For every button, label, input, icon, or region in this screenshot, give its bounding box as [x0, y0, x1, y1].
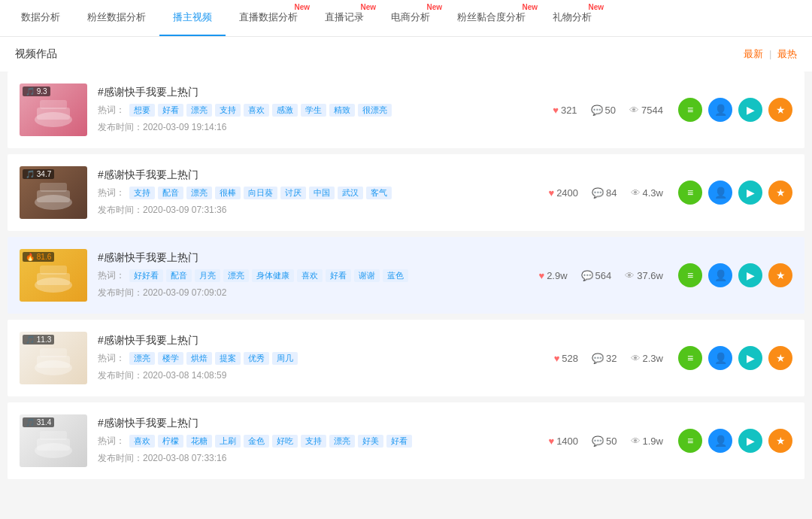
video-info-3: #感谢快手我要上热门热词：好好看配音月亮漂亮身体健康喜欢好看谢谢蓝色发布时间：2…: [98, 251, 538, 299]
tag-item[interactable]: 学生: [301, 104, 326, 117]
tag-item[interactable]: 想要: [129, 104, 155, 117]
tag-item[interactable]: 配音: [158, 187, 183, 199]
btn-star-4[interactable]: ★: [768, 346, 792, 370]
tag-item[interactable]: 漂亮: [186, 187, 212, 199]
tag-item[interactable]: 优秀: [244, 352, 269, 365]
btn-star-3[interactable]: ★: [768, 263, 792, 287]
tag-item[interactable]: 金色: [244, 435, 269, 448]
tag-item[interactable]: 很漂亮: [358, 104, 392, 117]
tag-item[interactable]: 好好看: [129, 269, 163, 282]
tag-item[interactable]: 柠檬: [158, 435, 183, 448]
video-thumbnail-1[interactable]: 🎵 9.3: [20, 83, 87, 136]
tag-item[interactable]: 配音: [166, 269, 192, 282]
btn-star-5[interactable]: ★: [768, 429, 792, 453]
tag-item[interactable]: 烘焙: [186, 352, 212, 365]
btn-list-4[interactable]: ≡: [678, 346, 702, 370]
tag-item[interactable]: 谢谢: [354, 269, 380, 282]
video-title-2[interactable]: #感谢快手我要上热门: [98, 168, 548, 182]
sort-hot-link[interactable]: 最热: [777, 48, 797, 59]
tag-item[interactable]: 漂亮: [329, 435, 355, 448]
btn-list-1[interactable]: ≡: [678, 98, 702, 122]
stat-comments-5: 💬 50: [592, 436, 617, 447]
tag-item[interactable]: 精致: [329, 104, 355, 117]
tag-item[interactable]: 喜欢: [297, 269, 323, 282]
tag-item[interactable]: 花糖: [186, 435, 212, 448]
tag-item[interactable]: 喜欢: [244, 104, 269, 117]
btn-list-3[interactable]: ≡: [678, 263, 702, 287]
tags-label: 热词：: [98, 352, 125, 365]
tag-item[interactable]: 漂亮: [129, 352, 155, 365]
stat-comments-1: 💬 50: [591, 105, 616, 116]
svg-rect-8: [40, 266, 67, 275]
svg-rect-13: [37, 439, 70, 451]
tag-item[interactable]: 楼学: [158, 352, 183, 365]
tag-item[interactable]: 支持: [301, 435, 326, 448]
tag-item[interactable]: 好吃: [272, 435, 298, 448]
stat-likes-5: ♥ 1400: [548, 436, 578, 447]
nav-tab-record[interactable]: 直播记录New: [311, 0, 377, 36]
tag-item[interactable]: 好看: [326, 269, 351, 282]
tag-item[interactable]: 上刷: [215, 435, 241, 448]
tag-item[interactable]: 中国: [309, 187, 335, 199]
video-title-1[interactable]: #感谢快手我要上热门: [98, 86, 553, 99]
btn-play-2[interactable]: ▶: [738, 181, 762, 205]
stat-views-5: 👁 1.9w: [631, 436, 663, 447]
tag-item[interactable]: 支持: [215, 104, 241, 117]
tags-label: 热词：: [98, 435, 125, 448]
stat-likes-3: ♥ 2.9w: [538, 270, 567, 281]
btn-user-3[interactable]: 👤: [708, 263, 732, 287]
tag-item[interactable]: 周几: [272, 352, 298, 365]
video-title-4[interactable]: #感谢快手我要上热门: [98, 334, 554, 348]
nav-tab-data[interactable]: 数据分析: [8, 0, 74, 36]
stat-likes-2: ♥ 2400: [548, 187, 578, 199]
btn-play-3[interactable]: ▶: [738, 263, 762, 287]
nav-tab-live[interactable]: 直播数据分析New: [226, 0, 311, 36]
nav-tab-fans[interactable]: 粉丝数据分析: [74, 0, 159, 36]
btn-star-1[interactable]: ★: [768, 98, 792, 122]
nav-tab-anchor[interactable]: 播主视频: [159, 0, 226, 36]
tag-item[interactable]: 客气: [366, 187, 392, 199]
btn-play-4[interactable]: ▶: [738, 346, 762, 370]
btn-list-2[interactable]: ≡: [678, 181, 702, 205]
btn-user-4[interactable]: 👤: [708, 346, 732, 370]
tag-item[interactable]: 蓝色: [383, 269, 408, 282]
btn-play-5[interactable]: ▶: [738, 429, 762, 453]
btn-star-2[interactable]: ★: [768, 181, 792, 205]
video-thumbnail-4[interactable]: 🎵 11.3: [20, 332, 87, 384]
video-info-5: #感谢快手我要上热门热词：喜欢柠檬花糖上刷金色好吃支持漂亮好美好看发布时间：20…: [98, 417, 548, 465]
btn-user-2[interactable]: 👤: [708, 181, 732, 205]
tag-item[interactable]: 支持: [129, 187, 155, 199]
video-stats-2: ♥ 2400💬 84👁 4.3w: [548, 187, 663, 199]
video-title-3[interactable]: #感谢快手我要上热门: [98, 251, 538, 265]
nav-tab-loyalty[interactable]: 粉丝黏合度分析New: [444, 0, 539, 36]
tag-item[interactable]: 向日葵: [244, 187, 277, 199]
tag-item[interactable]: 身体健康: [252, 269, 294, 282]
video-title-5[interactable]: #感谢快手我要上热门: [98, 417, 548, 430]
video-list: 🎵 9.3#感谢快手我要上热门热词：想要好看漂亮支持喜欢感激学生精致很漂亮发布时…: [0, 71, 812, 493]
tags-label: 热词：: [98, 104, 125, 117]
nav-tab-ecom[interactable]: 电商分析New: [377, 0, 444, 36]
tag-item[interactable]: 好看: [386, 435, 412, 448]
nav-tab-gift[interactable]: 礼物分析New: [539, 0, 605, 36]
video-thumbnail-2[interactable]: 🎵 34.7: [20, 166, 87, 219]
tags-label: 热词：: [98, 269, 125, 282]
video-thumbnail-5[interactable]: 🎵 31.4: [20, 414, 87, 467]
sort-newest-link[interactable]: 最新: [744, 48, 763, 59]
tag-item[interactable]: 漂亮: [186, 104, 212, 117]
tag-item[interactable]: 感激: [272, 104, 298, 117]
tag-item[interactable]: 讨厌: [280, 187, 306, 199]
tag-item[interactable]: 武汉: [338, 187, 363, 199]
btn-list-5[interactable]: ≡: [678, 429, 702, 453]
btn-user-1[interactable]: 👤: [708, 98, 732, 122]
tag-item[interactable]: 好美: [358, 435, 383, 448]
tag-item[interactable]: 好看: [158, 104, 183, 117]
tag-item[interactable]: 月亮: [195, 269, 220, 282]
btn-user-5[interactable]: 👤: [708, 429, 732, 453]
video-thumbnail-3[interactable]: 🔥 81.6: [20, 249, 87, 302]
video-item-1: 🎵 9.3#感谢快手我要上热门热词：想要好看漂亮支持喜欢感激学生精致很漂亮发布时…: [8, 71, 804, 148]
tag-item[interactable]: 漂亮: [223, 269, 249, 282]
tag-item[interactable]: 很棒: [215, 187, 241, 199]
btn-play-1[interactable]: ▶: [738, 98, 762, 122]
tag-item[interactable]: 喜欢: [129, 435, 155, 448]
tag-item[interactable]: 提案: [215, 352, 241, 365]
